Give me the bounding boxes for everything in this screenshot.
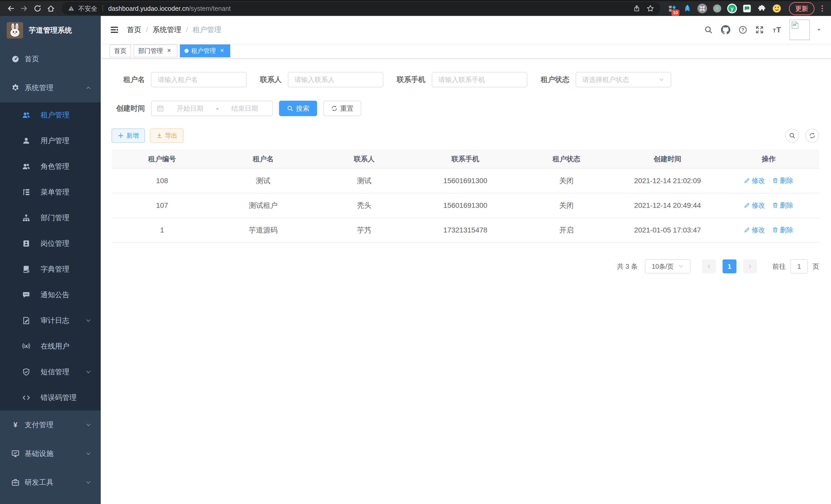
- sidebar-item-12[interactable]: 短信管理: [0, 359, 101, 385]
- delete-button[interactable]: 删除: [772, 176, 793, 185]
- close-icon[interactable]: ×: [219, 47, 226, 55]
- navbar-actions: ? TT: [704, 20, 822, 40]
- extension-balloon-icon[interactable]: [683, 4, 692, 13]
- goto-page-input[interactable]: 1: [791, 259, 808, 274]
- extension-command-icon[interactable]: [697, 4, 707, 13]
- sidebar-item-9[interactable]: 通知公告: [0, 282, 101, 308]
- extensions-puzzle-icon[interactable]: [757, 4, 767, 13]
- docs-question-icon[interactable]: ?: [739, 25, 747, 34]
- browser-home-icon[interactable]: [44, 2, 58, 15]
- omnibox-divider: [103, 5, 103, 12]
- app-logo: [7, 22, 23, 38]
- table-row: 1芋道源码芋艿17321315478开启2021-01-05 17:03:47修…: [112, 218, 819, 242]
- breadcrumb-home[interactable]: 首页: [127, 25, 141, 35]
- sidebar-logo-row[interactable]: 芋道管理系统: [0, 16, 101, 45]
- address-bar[interactable]: 不安全 dashboard.yudao.iocoder.cn/system/te…: [62, 2, 660, 15]
- sidebar-item-3[interactable]: 用户管理: [0, 128, 101, 154]
- export-button[interactable]: 导出: [150, 128, 183, 143]
- status-select[interactable]: 请选择租户状态: [576, 72, 671, 87]
- browser-forward-icon[interactable]: [18, 2, 31, 15]
- tag-0[interactable]: 首页: [110, 45, 131, 57]
- sidebar-item-0[interactable]: 首页: [0, 45, 101, 73]
- prev-page-button[interactable]: [702, 260, 716, 273]
- refresh-table-button[interactable]: [805, 129, 819, 143]
- sidebar-item-8[interactable]: 字典管理: [0, 256, 101, 282]
- extension-chat-icon[interactable]: [742, 4, 752, 13]
- chrome-update-button[interactable]: 更新: [789, 2, 814, 15]
- phone-input[interactable]: 请输入联系手机: [432, 72, 527, 87]
- page-size-select[interactable]: 10条/页: [645, 259, 691, 274]
- url-host: dashboard.yudao.iocoder.cn: [108, 5, 189, 12]
- table-header-row: 租户编号租户名联系人联系手机租户状态创建时间操作: [112, 149, 819, 169]
- github-icon[interactable]: [721, 25, 730, 34]
- tag-1[interactable]: 部门管理×: [134, 45, 177, 57]
- delete-button[interactable]: 删除: [772, 226, 793, 235]
- trash-icon: [772, 227, 778, 233]
- browser-toolbar: 不安全 dashboard.yudao.iocoder.cn/system/te…: [0, 0, 831, 16]
- sidebar-item-2[interactable]: 租户管理: [0, 102, 101, 128]
- tenant-name-label: 租户名: [112, 75, 145, 85]
- breadcrumb-system[interactable]: 系统管理: [153, 25, 181, 35]
- breadcrumb: 首页 / 系统管理 / 租户管理: [127, 25, 222, 35]
- tenant-name-input[interactable]: 请输入租户名: [151, 72, 247, 87]
- column-header: 联系人: [314, 149, 415, 169]
- close-icon[interactable]: ×: [166, 47, 173, 55]
- extension-badge: 10: [671, 9, 679, 16]
- extension-pin-icon[interactable]: 10: [667, 4, 677, 13]
- sidebar-item-1[interactable]: 系统管理: [0, 73, 101, 102]
- browser-back-icon[interactable]: [4, 2, 18, 15]
- reset-button[interactable]: 重置: [323, 101, 361, 116]
- edit-button[interactable]: 修改: [744, 201, 765, 210]
- sidebar-item-11[interactable]: 在线用户: [0, 333, 101, 359]
- tag-2[interactable]: 租户管理×: [180, 45, 230, 57]
- sidebar-item-5[interactable]: 菜单管理: [0, 179, 101, 205]
- pencil-icon: [744, 227, 750, 233]
- sidebar-item-14[interactable]: ¥支付管理: [0, 411, 101, 439]
- user-avatar[interactable]: [790, 20, 810, 40]
- chevron-down-icon: [85, 318, 91, 324]
- next-page-button[interactable]: [743, 260, 757, 273]
- sidebar-item-13[interactable]: 错误码管理: [0, 385, 101, 411]
- toggle-search-button[interactable]: [785, 129, 799, 143]
- shield-icon: [22, 368, 30, 376]
- security-label[interactable]: 不安全: [78, 4, 97, 13]
- column-header: 操作: [718, 149, 819, 169]
- edit-button[interactable]: 修改: [744, 226, 765, 235]
- chevron-down-icon: [85, 369, 91, 375]
- trash-icon: [772, 202, 778, 208]
- search-button[interactable]: 搜索: [279, 101, 317, 116]
- main-area: 首页 / 系统管理 / 租户管理 ? TT 首页部门管理×租户管理×: [101, 16, 831, 504]
- browser-reload-icon[interactable]: [31, 2, 44, 15]
- delete-button[interactable]: 删除: [772, 201, 793, 210]
- sidebar-toggle-icon[interactable]: [110, 25, 119, 34]
- sidebar-item-15[interactable]: 基础设施: [0, 439, 101, 468]
- page-number-1[interactable]: 1: [722, 260, 737, 273]
- url-path: /system/tenant: [189, 5, 231, 12]
- code-icon: [22, 393, 30, 402]
- extension-recorder-icon[interactable]: [712, 4, 722, 13]
- sidebar-item-7[interactable]: 岗位管理: [0, 231, 101, 256]
- message-icon: [22, 291, 30, 299]
- page-suffix: 页: [812, 262, 819, 271]
- browser-menu-icon[interactable]: [818, 4, 827, 12]
- chevron-up-icon: [85, 85, 91, 91]
- edit-button[interactable]: 修改: [744, 176, 765, 185]
- contact-label: 联系人: [260, 75, 282, 85]
- contact-input[interactable]: 请输入联系人: [288, 72, 383, 87]
- bookmark-star-icon[interactable]: [647, 5, 654, 12]
- sidebar-item-4[interactable]: 角色管理: [0, 154, 101, 179]
- share-icon[interactable]: [633, 5, 640, 12]
- sidebar-item-6[interactable]: 部门管理: [0, 205, 101, 231]
- extension-emoji-icon[interactable]: [772, 4, 782, 13]
- add-button[interactable]: 新增: [112, 128, 145, 143]
- create-time-range-input[interactable]: 开始日期 - 结束日期: [151, 101, 273, 116]
- sidebar-item-10[interactable]: 审计日志: [0, 308, 101, 333]
- search-icon[interactable]: [704, 25, 713, 34]
- svg-text:T: T: [776, 25, 781, 34]
- sidebar-item-16[interactable]: 研发工具: [0, 468, 101, 497]
- font-size-icon[interactable]: TT: [772, 25, 781, 34]
- fullscreen-icon[interactable]: [755, 26, 764, 34]
- avatar-caret-down-icon[interactable]: [816, 27, 822, 33]
- content: 租户名 请输入租户名 联系人 请输入联系人 联系手机 请输入联系手机 租户状态: [101, 59, 831, 504]
- extension-y-logo-icon[interactable]: y: [727, 4, 737, 13]
